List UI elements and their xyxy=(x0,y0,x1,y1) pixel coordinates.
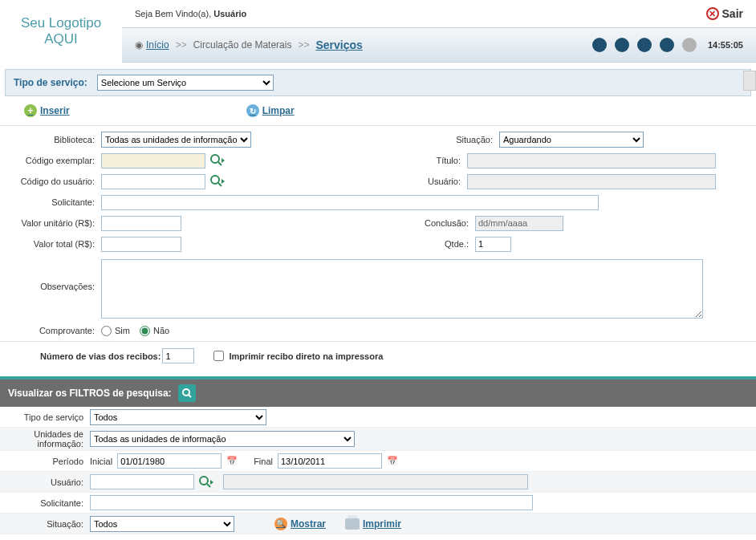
qtde-input[interactable] xyxy=(475,237,511,252)
conclusao-label: Conclusão: xyxy=(181,218,475,228)
titulo-input xyxy=(467,153,716,168)
plus-icon: + xyxy=(24,104,37,117)
breadcrumb-home[interactable]: Início xyxy=(146,39,169,51)
logo-line2: AQUI xyxy=(44,31,78,47)
svg-point-0 xyxy=(211,155,219,163)
codigo-exemplar-input[interactable] xyxy=(101,153,205,168)
clear-button[interactable]: ↻ Limpar xyxy=(246,104,295,117)
imprimir-button[interactable]: Imprimir xyxy=(345,518,401,530)
comprovante-sim[interactable]: Sim xyxy=(101,326,130,336)
filters-toggle-icon[interactable] xyxy=(178,384,196,402)
f-search-usuario-button[interactable] xyxy=(197,474,215,489)
mostrar-button[interactable]: 🔍 Mostrar xyxy=(274,518,326,530)
breadcrumb: ◉ Início >> Circulação de Materais >> Se… xyxy=(122,27,756,63)
observacoes-label: Observações: xyxy=(0,259,101,291)
header-icon-1[interactable] xyxy=(592,38,607,52)
header-icon-3[interactable] xyxy=(637,38,652,52)
calendar-inicial-icon[interactable]: 📅 xyxy=(225,454,239,469)
f-inicial-input[interactable] xyxy=(117,453,222,469)
valor-unitario-input[interactable] xyxy=(101,216,181,231)
imprimir-direto-label: Imprimir recibo direto na impressora xyxy=(229,351,383,361)
f-situacao-label: Situação: xyxy=(0,519,90,529)
f-usuario-display xyxy=(223,474,528,489)
f-solicitante-label: Solicitante: xyxy=(0,498,90,508)
search-exemplar-button[interactable] xyxy=(209,153,226,168)
svg-point-2 xyxy=(211,176,219,184)
comprovante-label: Comprovante: xyxy=(0,326,101,335)
codigo-usuario-input[interactable] xyxy=(101,174,205,189)
filters-header: Visualizar os FILTROS de pesquisa: xyxy=(0,380,756,407)
header-icon-4[interactable] xyxy=(660,38,674,52)
usuario-label: Usuário: xyxy=(226,177,467,186)
biblioteca-label: Biblioteca: xyxy=(0,135,101,144)
clear-icon: ↻ xyxy=(246,104,259,117)
f-periodo-label: Período xyxy=(0,457,90,466)
logo: Seu Logotipo AQUI xyxy=(0,0,122,63)
usuario-input xyxy=(467,174,716,189)
vias-input[interactable] xyxy=(162,348,194,363)
svg-point-6 xyxy=(200,477,208,485)
svg-point-4 xyxy=(183,389,189,396)
biblioteca-select[interactable]: Todas as unidades de informação xyxy=(101,132,251,148)
svg-line-7 xyxy=(207,484,210,487)
qtde-label: Qtde.: xyxy=(181,239,475,249)
breadcrumb-current[interactable]: Serviços xyxy=(315,39,362,51)
f-final-input[interactable] xyxy=(278,453,382,469)
solicitante-label: Solicitante: xyxy=(0,197,101,207)
comprovante-nao[interactable]: Não xyxy=(140,326,169,336)
f-solicitante-input[interactable] xyxy=(90,495,533,510)
conclusao-input[interactable] xyxy=(475,216,563,231)
service-type-label: Tipo de serviço: xyxy=(14,77,87,88)
codigo-usuario-label: Código do usuário: xyxy=(0,177,101,186)
f-unidades-select[interactable]: Todas as unidades de informação xyxy=(90,431,355,447)
service-type-bar: Tipo de serviço: Selecione um Serviço xyxy=(5,69,751,96)
svg-line-3 xyxy=(218,183,222,186)
clock-icon xyxy=(682,38,697,52)
welcome-text: Seja Bem Vindo(a), Usuário xyxy=(135,9,246,18)
observacoes-textarea[interactable] xyxy=(101,259,703,319)
f-situacao-select[interactable]: Todos xyxy=(90,516,234,532)
situacao-label: Situação: xyxy=(427,135,499,144)
valor-total-input[interactable] xyxy=(101,237,181,252)
f-unidades-label: Unidades deinformação: xyxy=(0,429,90,449)
header-icon-2[interactable] xyxy=(615,38,629,52)
header-time: 14:55:05 xyxy=(708,40,743,50)
home-icon: ◉ xyxy=(135,39,143,51)
situacao-select[interactable]: Aguardando xyxy=(499,132,644,148)
f-usuario-input[interactable] xyxy=(90,474,194,489)
search-usuario-button[interactable] xyxy=(209,174,226,189)
calendar-final-icon[interactable]: 📅 xyxy=(385,454,400,469)
breadcrumb-mid: Circulação de Materais xyxy=(193,39,292,51)
printer-icon xyxy=(345,518,360,530)
username: Usuário xyxy=(213,9,246,18)
valor-total-label: Valor total (R$): xyxy=(0,239,101,249)
f-tipo-servico-select[interactable]: Todos xyxy=(90,409,266,425)
service-type-select[interactable]: Selecione um Serviço xyxy=(97,75,274,91)
codigo-exemplar-label: Código exemplar: xyxy=(0,156,101,165)
show-icon: 🔍 xyxy=(274,518,287,530)
f-tipo-servico-label: Tipo de serviço xyxy=(0,412,90,422)
scrollbar[interactable] xyxy=(743,71,756,91)
svg-line-5 xyxy=(189,395,191,397)
exit-link[interactable]: ✕ Sair xyxy=(706,7,743,20)
f-inicial-label: Inicial xyxy=(90,457,112,466)
solicitante-input[interactable] xyxy=(101,195,599,210)
insert-button[interactable]: + Inserir xyxy=(24,104,70,117)
imprimir-direto-checkbox[interactable] xyxy=(213,351,224,361)
vias-label: Número de vias dos recibos: xyxy=(40,351,161,361)
svg-line-1 xyxy=(218,162,222,165)
logo-line1: Seu Logotipo xyxy=(21,15,101,31)
titulo-label: Título: xyxy=(226,156,467,165)
valor-unitario-label: Valor unitário (R$): xyxy=(0,218,101,228)
f-final-label: Final xyxy=(254,457,273,466)
f-usuario-label: Usuário: xyxy=(0,477,90,487)
close-icon: ✕ xyxy=(706,7,719,20)
